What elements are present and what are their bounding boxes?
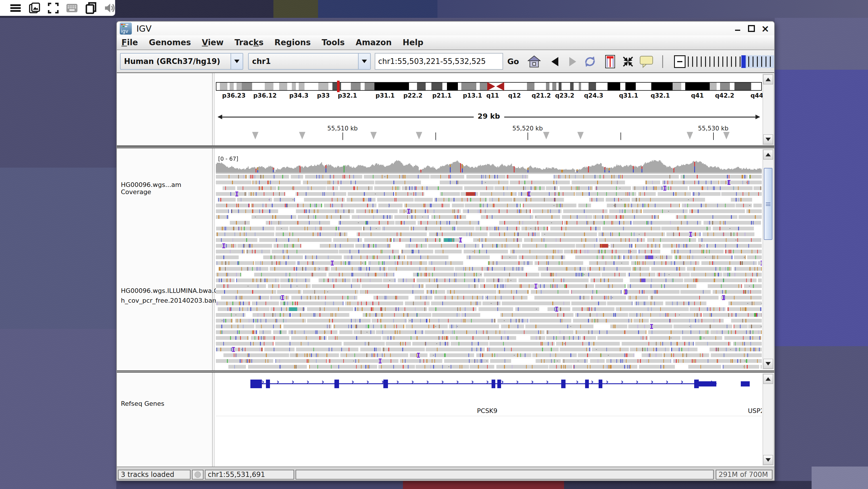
ideogram-band-label: p34.3	[289, 92, 309, 99]
ideogram-band-label: p36.12	[253, 92, 277, 99]
audio-volume-icon[interactable]	[104, 2, 116, 14]
scroll-up-button[interactable]	[763, 374, 773, 384]
title-bar[interactable]: igv IGV ×	[117, 22, 774, 35]
strand-arrow-icon: ›	[307, 378, 309, 386]
ideogram-band	[751, 83, 761, 90]
gene-track-label[interactable]: Refseq Genes	[121, 400, 164, 407]
desktop-tile	[403, 481, 564, 489]
ideogram-band-label: q21.2	[532, 92, 551, 99]
menu-genomes[interactable]: Genomes	[149, 38, 191, 47]
strand-arrow-icon: ›	[531, 378, 534, 386]
genome-select-arrow[interactable]	[230, 54, 243, 69]
ideogram-band	[480, 83, 487, 90]
chromosome-select-arrow[interactable]	[358, 54, 370, 69]
zoom-slider-thumb[interactable]	[741, 55, 746, 68]
tooltip-behavior-button[interactable]	[639, 54, 654, 69]
go-button[interactable]: Go	[505, 54, 522, 68]
screenshot-icon[interactable]	[29, 2, 40, 14]
ruler-marker-icon[interactable]	[687, 132, 693, 139]
panel-splitter[interactable]	[117, 146, 774, 148]
scroll-down-button[interactable]	[763, 455, 773, 465]
menu-tools[interactable]: Tools	[322, 38, 345, 47]
alignment-track-label-line2[interactable]: h_cov_pcr_free.20140203.bam	[121, 297, 218, 304]
ideogram-band	[620, 83, 625, 90]
keyboard-icon[interactable]	[66, 2, 78, 14]
gene-name-panel: Refseq Genes	[117, 373, 213, 466]
menu-bar: File Genomes View Tracks Regions Tools A…	[117, 35, 774, 50]
panel-splitter[interactable]	[117, 370, 774, 373]
chromosome-select[interactable]: chr1	[248, 53, 371, 70]
strand-arrow-icon: ›	[576, 378, 579, 386]
genome-select[interactable]: Human (GRCh37/hg19)	[120, 53, 243, 70]
strand-arrow-icon: ›	[426, 378, 429, 386]
strand-arrow-icon: ›	[591, 378, 594, 386]
alignment-reads-canvas[interactable]	[216, 155, 762, 370]
ideogram-band	[341, 83, 351, 90]
ruler-marker-icon[interactable]	[252, 132, 258, 139]
alignment-track-label-line1[interactable]: HG00096.wgs.ILLUMINA.bwa.G	[121, 287, 219, 294]
menu-view[interactable]: View	[202, 38, 224, 47]
locus-panel-scrollbar[interactable]	[763, 74, 774, 145]
cursor-position-field: chr1:55,531,691	[205, 470, 294, 480]
desktop-tile	[564, 481, 812, 489]
home-button[interactable]	[527, 54, 541, 69]
gene-track[interactable]: ››››››››››››››››››››››››››››››› PCSK9 US…	[216, 373, 762, 466]
gene-panel-scrollbar[interactable]	[763, 374, 774, 465]
region-of-interest-button[interactable]	[603, 54, 618, 69]
alignment-panel-scrollbar[interactable]	[763, 149, 774, 369]
desktop-tile	[0, 329, 116, 489]
zoom-tick	[688, 56, 689, 67]
ruler-tick	[713, 133, 714, 140]
gene-exon	[599, 380, 602, 388]
scrollbar-thumb[interactable]	[764, 168, 772, 240]
zoom-tick	[727, 56, 727, 67]
ideogram-band	[351, 83, 361, 90]
ruler-marker-icon[interactable]	[370, 132, 377, 139]
igv-window: igv IGV × File Genomes View Tracks Regio…	[116, 21, 775, 481]
scroll-up-button[interactable]	[763, 150, 773, 160]
maximize-button[interactable]	[748, 25, 755, 32]
ideogram-band	[230, 83, 234, 90]
zoom-tick	[735, 56, 736, 67]
ruler-marker-icon[interactable]	[577, 132, 584, 139]
minimize-button[interactable]	[734, 25, 741, 32]
zoom-tick	[709, 56, 710, 67]
ruler-span-label: 29 kb	[473, 112, 504, 120]
ideogram-band-label: q41	[691, 92, 704, 99]
back-button[interactable]	[548, 54, 562, 69]
menu-amazon[interactable]: Amazon	[356, 38, 392, 47]
ruler-marker-icon[interactable]	[416, 132, 422, 139]
fullscreen-icon[interactable]	[48, 2, 59, 14]
desktop-tile	[318, 0, 439, 18]
menu-regions[interactable]: Regions	[275, 38, 311, 47]
scroll-up-button[interactable]	[763, 75, 773, 84]
locus-input[interactable]	[375, 53, 503, 70]
close-button[interactable]: ×	[762, 25, 769, 32]
window-copy-icon[interactable]	[85, 2, 97, 14]
strand-arrow-icon: ›	[471, 378, 474, 386]
fit-to-window-button[interactable]	[620, 54, 636, 69]
zoom-tick	[714, 56, 715, 67]
strand-arrow-icon: ›	[351, 378, 354, 386]
scroll-down-button[interactable]	[763, 135, 773, 144]
menu-icon[interactable]	[10, 2, 21, 14]
refresh-button[interactable]	[583, 54, 597, 69]
menu-help[interactable]: Help	[403, 38, 423, 47]
ruler-marker-icon[interactable]	[543, 132, 549, 139]
coverage-track-label[interactable]: HG00096.wgs...am Coverage	[121, 181, 212, 196]
menu-tracks[interactable]: Tracks	[235, 38, 264, 47]
zoom-slider[interactable]	[688, 55, 774, 68]
strand-arrow-icon: ›	[636, 378, 639, 386]
ruler-marker-icon[interactable]	[299, 132, 305, 139]
ideogram-centromere	[487, 82, 504, 91]
locus-name-panel	[117, 73, 213, 145]
strand-arrow-icon: ›	[277, 378, 279, 386]
zoom-out-button[interactable]	[674, 55, 685, 68]
ideogram-band	[735, 83, 751, 90]
strand-arrow-icon: ›	[516, 378, 519, 386]
scroll-down-button[interactable]	[763, 359, 773, 369]
forward-button[interactable]	[565, 54, 580, 69]
desktop-tile	[273, 0, 319, 18]
menu-file[interactable]: File	[121, 38, 138, 47]
ruler-marker-icon[interactable]	[723, 132, 730, 139]
